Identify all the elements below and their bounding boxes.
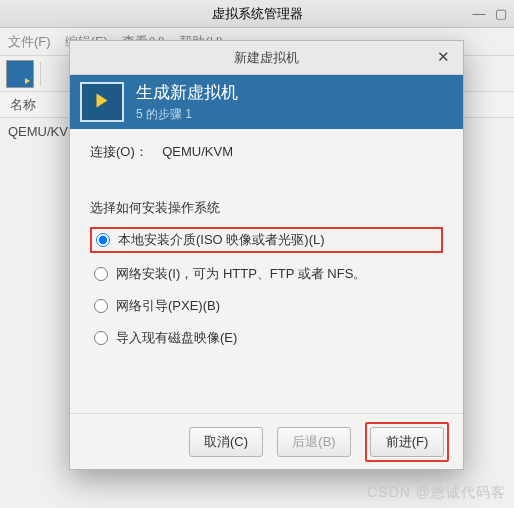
- dialog-step-line: 5 的步骤 1: [136, 106, 238, 123]
- forward-button-label: 前进(F): [386, 433, 429, 451]
- radio-network-install-label: 网络安装(I)，可为 HTTP、FTP 或者 NFS。: [116, 265, 366, 283]
- radio-local-media-label: 本地安装介质(ISO 映像或者光驱)(L): [118, 231, 325, 249]
- forward-button-highlight: 前进(F): [365, 422, 449, 462]
- modal-overlay: 新建虚拟机 ✕ 生成新虚拟机 5 的步骤 1 连接(O)： QEMU/KVM 选…: [0, 0, 514, 508]
- forward-button[interactable]: 前进(F): [370, 427, 444, 457]
- radio-local-media[interactable]: 本地安装介质(ISO 映像或者光驱)(L): [90, 227, 443, 253]
- connection-label: 连接(O)：: [90, 144, 148, 159]
- monitor-play-icon: [80, 82, 124, 122]
- connection-row: 连接(O)： QEMU/KVM: [90, 143, 443, 161]
- connection-value: QEMU/KVM: [162, 144, 233, 159]
- cancel-button[interactable]: 取消(C): [189, 427, 263, 457]
- install-method-group: 本地安装介质(ISO 映像或者光驱)(L) 网络安装(I)，可为 HTTP、FT…: [90, 227, 443, 349]
- radio-import-disk[interactable]: 导入现有磁盘映像(E): [90, 327, 443, 349]
- cancel-button-label: 取消(C): [204, 433, 248, 451]
- radio-network-install-input[interactable]: [94, 267, 108, 281]
- dialog-header-band: 生成新虚拟机 5 的步骤 1: [70, 75, 463, 129]
- radio-import-disk-input[interactable]: [94, 331, 108, 345]
- radio-pxe-input[interactable]: [94, 299, 108, 313]
- dialog-body: 连接(O)： QEMU/KVM 选择如何安装操作系统 本地安装介质(ISO 映像…: [70, 129, 463, 413]
- dialog-header-title: 生成新虚拟机: [136, 81, 238, 104]
- install-method-label: 选择如何安装操作系统: [90, 199, 443, 217]
- radio-import-disk-label: 导入现有磁盘映像(E): [116, 329, 237, 347]
- back-button-label: 后退(B): [292, 433, 335, 451]
- radio-pxe-label: 网络引导(PXE)(B): [116, 297, 220, 315]
- radio-local-media-input[interactable]: [96, 233, 110, 247]
- close-icon[interactable]: ✕: [433, 47, 453, 67]
- radio-pxe[interactable]: 网络引导(PXE)(B): [90, 295, 443, 317]
- back-button[interactable]: 后退(B): [277, 427, 351, 457]
- dialog-title: 新建虚拟机: [234, 49, 299, 67]
- watermark: CSDN @恩诚代码客: [367, 484, 506, 502]
- radio-network-install[interactable]: 网络安装(I)，可为 HTTP、FTP 或者 NFS。: [90, 263, 443, 285]
- dialog-titlebar: 新建虚拟机 ✕: [70, 41, 463, 75]
- dialog-footer: 取消(C) 后退(B) 前进(F): [70, 413, 463, 469]
- new-vm-dialog: 新建虚拟机 ✕ 生成新虚拟机 5 的步骤 1 连接(O)： QEMU/KVM 选…: [69, 40, 464, 470]
